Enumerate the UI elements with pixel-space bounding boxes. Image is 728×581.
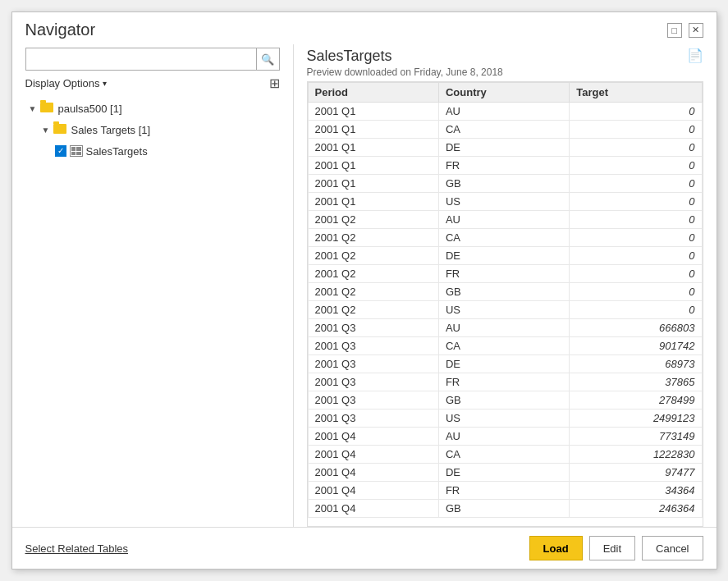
table-row: 2001 Q2FR0 bbox=[308, 265, 702, 283]
table-cell: 2001 Q4 bbox=[308, 500, 438, 518]
table-cell: 0 bbox=[570, 157, 702, 175]
table-cell: US bbox=[438, 301, 569, 319]
options-row: Display Options ▾ ⊞ bbox=[25, 75, 280, 91]
table-row: 2001 Q3CA901742 bbox=[308, 337, 702, 355]
table-cell: CA bbox=[438, 121, 569, 139]
table-cell: 2001 Q1 bbox=[308, 139, 438, 157]
table-cell: AU bbox=[438, 211, 569, 229]
edit-button[interactable]: Edit bbox=[589, 536, 635, 560]
table-options-icon-button[interactable]: ⊞ bbox=[269, 75, 280, 91]
table-cell: 0 bbox=[570, 283, 702, 301]
tree-item-sales-targets[interactable]: ▼ Sales Targets [1] bbox=[25, 119, 280, 140]
table-cell: 0 bbox=[570, 229, 702, 247]
table-cell: FR bbox=[438, 265, 569, 283]
table-cell: 2001 Q4 bbox=[308, 464, 438, 482]
table-cell: 2001 Q3 bbox=[308, 373, 438, 391]
display-options-label: Display Options bbox=[25, 77, 100, 89]
close-button[interactable]: ✕ bbox=[689, 23, 703, 38]
table-cell: FR bbox=[438, 157, 569, 175]
display-options-button[interactable]: Display Options ▾ bbox=[25, 77, 107, 89]
select-related-tables-button[interactable]: Select Related Tables bbox=[25, 542, 129, 555]
table-cell: 97477 bbox=[570, 464, 702, 482]
table-cell: 0 bbox=[570, 265, 702, 283]
table-cell: 666803 bbox=[570, 319, 702, 337]
table-cell: 0 bbox=[570, 175, 702, 193]
preview-external-icon: 📄 bbox=[687, 48, 703, 62]
checkbox-check-icon: ✓ bbox=[57, 147, 64, 155]
col-header-period: Period bbox=[308, 83, 438, 103]
minimize-button[interactable]: □ bbox=[667, 23, 682, 38]
table-row: 2001 Q2AU0 bbox=[308, 211, 702, 229]
tree-item-paulsa500[interactable]: ▼ paulsa500 [1] bbox=[25, 98, 280, 119]
table-cell: 278499 bbox=[570, 391, 702, 409]
table-cell: 2001 Q3 bbox=[308, 409, 438, 428]
preview-icon-button[interactable]: 📄 bbox=[687, 48, 703, 63]
table-cell: 2001 Q2 bbox=[308, 211, 438, 229]
preview-title: SalesTargets bbox=[307, 48, 503, 65]
tree-item-sales-targets-table[interactable]: ✓ SalesTargets bbox=[25, 140, 280, 162]
right-panel: SalesTargets Preview downloaded on Frida… bbox=[307, 44, 703, 527]
search-icon: 🔍 bbox=[261, 53, 274, 66]
table-cell: 34364 bbox=[570, 482, 702, 500]
table-cell: 246364 bbox=[570, 500, 702, 518]
search-input[interactable] bbox=[25, 48, 257, 71]
table-cell: DE bbox=[438, 464, 569, 482]
table-row: 2001 Q4GB246364 bbox=[308, 500, 702, 518]
table-cell: 2499123 bbox=[570, 409, 702, 428]
content-area: 🔍 Display Options ▾ ⊞ ▼ bbox=[12, 44, 717, 527]
footer: Select Related Tables Load Edit Cancel bbox=[12, 527, 717, 569]
tree-label-sales-targets: Sales Targets [1] bbox=[71, 124, 151, 136]
table-cell: US bbox=[438, 193, 569, 211]
table-cell: 0 bbox=[570, 103, 702, 121]
table-row: 2001 Q2GB0 bbox=[308, 283, 702, 301]
table-row: 2001 Q1GB0 bbox=[308, 175, 702, 193]
load-button[interactable]: Load bbox=[529, 536, 583, 560]
table-cell: 2001 Q2 bbox=[308, 247, 438, 265]
table-cell: 2001 Q2 bbox=[308, 301, 438, 319]
search-row: 🔍 bbox=[25, 48, 280, 71]
tree-area[interactable]: ▼ paulsa500 [1] ▼ Sales Targets [1] bbox=[25, 98, 280, 527]
table-cell: 2001 Q3 bbox=[308, 319, 438, 337]
table-schema-icon bbox=[70, 145, 83, 157]
table-cell: CA bbox=[438, 337, 569, 355]
table-header-row: Period Country Target bbox=[308, 83, 702, 103]
preview-table-container[interactable]: Period Country Target 2001 Q1AU02001 Q1C… bbox=[307, 81, 703, 527]
table-row: 2001 Q1AU0 bbox=[308, 103, 702, 121]
expand-icon-paulsa500: ▼ bbox=[29, 104, 40, 113]
checkbox-sales-targets-table[interactable]: ✓ bbox=[55, 145, 66, 157]
table-row: 2001 Q1US0 bbox=[308, 193, 702, 211]
table-row: 2001 Q4DE97477 bbox=[308, 464, 702, 482]
table-row: 2001 Q3DE68973 bbox=[308, 355, 702, 373]
folder-icon-paulsa500 bbox=[40, 103, 55, 114]
display-options-arrow: ▾ bbox=[103, 79, 107, 88]
col-header-target: Target bbox=[570, 83, 702, 103]
table-cell: US bbox=[438, 409, 569, 428]
table-cell: 901742 bbox=[570, 337, 702, 355]
title-bar-controls: □ ✕ bbox=[667, 23, 703, 38]
table-cell: 2001 Q2 bbox=[308, 283, 438, 301]
table-cell: CA bbox=[438, 229, 569, 247]
tree-label-sales-targets-table: SalesTargets bbox=[86, 145, 148, 158]
footer-left: Select Related Tables bbox=[25, 542, 129, 555]
table-body: 2001 Q1AU02001 Q1CA02001 Q1DE02001 Q1FR0… bbox=[308, 103, 702, 518]
cancel-button[interactable]: Cancel bbox=[642, 536, 703, 560]
table-row: 2001 Q2CA0 bbox=[308, 229, 702, 247]
left-panel: 🔍 Display Options ▾ ⊞ ▼ bbox=[25, 44, 280, 527]
preview-subtitle: Preview downloaded on Friday, June 8, 20… bbox=[307, 66, 503, 78]
table-cell: 37865 bbox=[570, 373, 702, 391]
table-cell: 68973 bbox=[570, 355, 702, 373]
search-button[interactable]: 🔍 bbox=[257, 48, 280, 71]
preview-header-text: SalesTargets Preview downloaded on Frida… bbox=[307, 48, 503, 78]
table-cell: 2001 Q4 bbox=[308, 482, 438, 500]
table-cell: 0 bbox=[570, 139, 702, 157]
table-cell: GB bbox=[438, 175, 569, 193]
table-row: 2001 Q3AU666803 bbox=[308, 319, 702, 337]
tree-label-paulsa500: paulsa500 [1] bbox=[58, 103, 122, 115]
table-cell: GB bbox=[438, 500, 569, 518]
table-row: 2001 Q3GB278499 bbox=[308, 391, 702, 409]
table-cell: AU bbox=[438, 103, 569, 121]
footer-right: Load Edit Cancel bbox=[529, 536, 703, 560]
table-cell: 2001 Q1 bbox=[308, 157, 438, 175]
table-row: 2001 Q4AU773149 bbox=[308, 428, 702, 446]
table-cell: 2001 Q2 bbox=[308, 265, 438, 283]
